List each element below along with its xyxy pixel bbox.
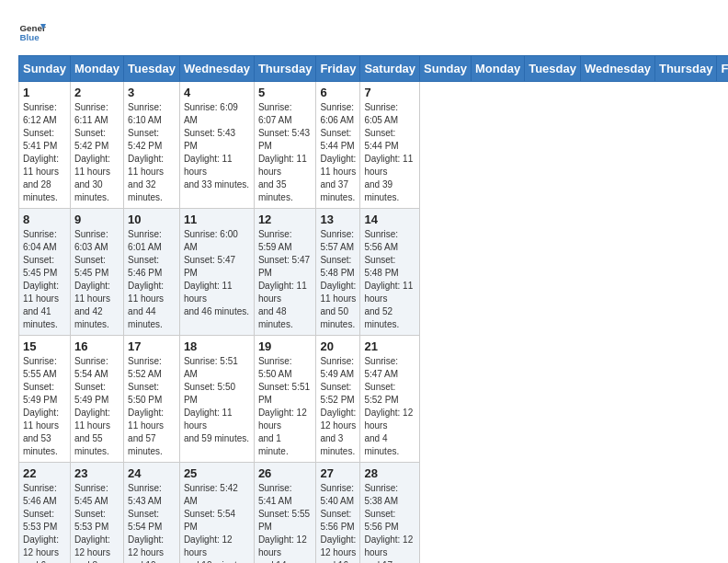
day-number: 12	[258, 213, 313, 226]
day-info: Sunrise: 6:07 AMSunset: 5:43 PMDaylight:…	[258, 101, 313, 204]
day-number: 3	[128, 86, 176, 99]
day-cell: 19Sunrise: 5:50 AMSunset: 5:51 PMDayligh…	[254, 336, 316, 463]
day-cell: 10Sunrise: 6:01 AMSunset: 5:46 PMDayligh…	[124, 209, 180, 336]
day-cell: 17Sunrise: 5:52 AMSunset: 5:50 PMDayligh…	[124, 336, 180, 463]
day-number: 13	[320, 213, 356, 226]
day-cell: 2Sunrise: 6:11 AMSunset: 5:42 PMDaylight…	[70, 82, 123, 209]
logo-icon: General Blue	[18, 18, 46, 46]
day-info: Sunrise: 5:50 AMSunset: 5:51 PMDaylight:…	[258, 355, 313, 458]
page-header: General Blue	[18, 18, 710, 46]
header-thursday: Thursday	[654, 56, 717, 82]
day-info: Sunrise: 5:41 AMSunset: 5:55 PMDaylight:…	[258, 482, 313, 563]
day-cell: 20Sunrise: 5:49 AMSunset: 5:52 PMDayligh…	[316, 336, 360, 463]
header-monday: Monday	[70, 56, 123, 82]
header-sunday: Sunday	[19, 56, 71, 82]
header-monday: Monday	[472, 56, 525, 82]
calendar-header-row: SundayMondayTuesdayWednesdayThursdayFrid…	[19, 56, 729, 82]
logo: General Blue	[18, 18, 46, 46]
day-cell: 4Sunrise: 6:09 AMSunset: 5:43 PMDaylight…	[179, 82, 254, 209]
header-thursday: Thursday	[254, 56, 316, 82]
day-cell: 13Sunrise: 5:57 AMSunset: 5:48 PMDayligh…	[316, 209, 360, 336]
day-number: 9	[74, 213, 119, 226]
day-cell: 7Sunrise: 6:05 AMSunset: 5:44 PMDaylight…	[360, 82, 420, 209]
day-info: Sunrise: 6:04 AMSunset: 5:45 PMDaylight:…	[23, 228, 66, 331]
day-number: 20	[320, 339, 356, 353]
day-cell: 12Sunrise: 5:59 AMSunset: 5:47 PMDayligh…	[254, 209, 316, 336]
day-info: Sunrise: 5:57 AMSunset: 5:48 PMDaylight:…	[320, 228, 356, 331]
day-number: 1	[23, 86, 66, 99]
day-number: 5	[258, 86, 313, 99]
day-number: 4	[184, 86, 250, 99]
day-info: Sunrise: 6:11 AMSunset: 5:42 PMDaylight:…	[74, 101, 119, 204]
calendar-week-3: 15Sunrise: 5:55 AMSunset: 5:49 PMDayligh…	[19, 336, 729, 463]
header-wednesday: Wednesday	[580, 56, 654, 82]
day-cell: 21Sunrise: 5:47 AMSunset: 5:52 PMDayligh…	[360, 336, 420, 463]
day-number: 11	[184, 213, 250, 226]
day-info: Sunrise: 5:45 AMSunset: 5:53 PMDaylight:…	[74, 482, 119, 563]
day-cell: 1Sunrise: 6:12 AMSunset: 5:41 PMDaylight…	[19, 82, 71, 209]
day-number: 17	[128, 339, 176, 353]
header-tuesday: Tuesday	[124, 56, 180, 82]
svg-text:Blue: Blue	[20, 32, 40, 42]
day-cell: 14Sunrise: 5:56 AMSunset: 5:48 PMDayligh…	[360, 209, 420, 336]
header-saturday: Saturday	[360, 56, 420, 82]
day-number: 14	[364, 213, 415, 226]
day-cell: 15Sunrise: 5:55 AMSunset: 5:49 PMDayligh…	[19, 336, 71, 463]
day-cell: 6Sunrise: 6:06 AMSunset: 5:44 PMDaylight…	[316, 82, 360, 209]
day-number: 10	[128, 213, 176, 226]
day-cell: 16Sunrise: 5:54 AMSunset: 5:49 PMDayligh…	[70, 336, 123, 463]
day-cell: 22Sunrise: 5:46 AMSunset: 5:53 PMDayligh…	[19, 463, 71, 564]
day-info: Sunrise: 5:55 AMSunset: 5:49 PMDaylight:…	[23, 355, 66, 458]
day-cell: 18Sunrise: 5:51 AMSunset: 5:50 PMDayligh…	[179, 336, 254, 463]
day-info: Sunrise: 5:40 AMSunset: 5:56 PMDaylight:…	[320, 482, 356, 563]
day-cell: 25Sunrise: 5:42 AMSunset: 5:54 PMDayligh…	[179, 463, 254, 564]
header-wednesday: Wednesday	[179, 56, 254, 82]
day-info: Sunrise: 6:03 AMSunset: 5:45 PMDaylight:…	[74, 228, 119, 331]
header-friday: Friday	[717, 56, 728, 82]
day-info: Sunrise: 6:06 AMSunset: 5:44 PMDaylight:…	[320, 101, 356, 204]
day-cell: 5Sunrise: 6:07 AMSunset: 5:43 PMDaylight…	[254, 82, 316, 209]
day-info: Sunrise: 6:05 AMSunset: 5:44 PMDaylight:…	[364, 101, 415, 204]
day-cell: 28Sunrise: 5:38 AMSunset: 5:56 PMDayligh…	[360, 463, 420, 564]
day-number: 24	[128, 466, 176, 480]
day-number: 8	[23, 213, 66, 226]
day-number: 2	[74, 86, 119, 99]
day-number: 6	[320, 86, 356, 99]
day-cell: 26Sunrise: 5:41 AMSunset: 5:55 PMDayligh…	[254, 463, 316, 564]
day-cell: 24Sunrise: 5:43 AMSunset: 5:54 PMDayligh…	[124, 463, 180, 564]
day-info: Sunrise: 5:43 AMSunset: 5:54 PMDaylight:…	[128, 482, 176, 563]
day-info: Sunrise: 5:52 AMSunset: 5:50 PMDaylight:…	[128, 355, 176, 458]
header-sunday: Sunday	[420, 56, 472, 82]
day-number: 19	[258, 339, 313, 353]
day-cell: 23Sunrise: 5:45 AMSunset: 5:53 PMDayligh…	[70, 463, 123, 564]
day-number: 15	[23, 339, 66, 353]
header-tuesday: Tuesday	[525, 56, 581, 82]
calendar-week-4: 22Sunrise: 5:46 AMSunset: 5:53 PMDayligh…	[19, 463, 729, 564]
day-info: Sunrise: 6:09 AMSunset: 5:43 PMDaylight:…	[184, 101, 250, 191]
day-cell: 3Sunrise: 6:10 AMSunset: 5:42 PMDaylight…	[124, 82, 180, 209]
day-number: 26	[258, 466, 313, 480]
day-info: Sunrise: 5:38 AMSunset: 5:56 PMDaylight:…	[364, 482, 415, 563]
day-number: 27	[320, 466, 356, 480]
day-info: Sunrise: 5:46 AMSunset: 5:53 PMDaylight:…	[23, 482, 66, 563]
header-friday: Friday	[316, 56, 360, 82]
day-number: 28	[364, 466, 415, 480]
day-number: 22	[23, 466, 66, 480]
day-number: 21	[364, 339, 415, 353]
day-info: Sunrise: 6:12 AMSunset: 5:41 PMDaylight:…	[23, 101, 66, 204]
day-info: Sunrise: 5:51 AMSunset: 5:50 PMDaylight:…	[184, 355, 250, 445]
day-info: Sunrise: 5:54 AMSunset: 5:49 PMDaylight:…	[74, 355, 119, 458]
day-number: 7	[364, 86, 415, 99]
day-cell: 11Sunrise: 6:00 AMSunset: 5:47 PMDayligh…	[179, 209, 254, 336]
day-number: 18	[184, 339, 250, 353]
calendar-table: SundayMondayTuesdayWednesdayThursdayFrid…	[18, 55, 728, 563]
day-info: Sunrise: 5:47 AMSunset: 5:52 PMDaylight:…	[364, 355, 415, 458]
day-number: 16	[74, 339, 119, 353]
day-number: 23	[74, 466, 119, 480]
day-info: Sunrise: 5:49 AMSunset: 5:52 PMDaylight:…	[320, 355, 356, 458]
calendar-week-2: 8Sunrise: 6:04 AMSunset: 5:45 PMDaylight…	[19, 209, 729, 336]
day-info: Sunrise: 6:10 AMSunset: 5:42 PMDaylight:…	[128, 101, 176, 204]
day-cell: 27Sunrise: 5:40 AMSunset: 5:56 PMDayligh…	[316, 463, 360, 564]
day-info: Sunrise: 5:42 AMSunset: 5:54 PMDaylight:…	[184, 482, 250, 563]
day-info: Sunrise: 6:00 AMSunset: 5:47 PMDaylight:…	[184, 228, 250, 318]
